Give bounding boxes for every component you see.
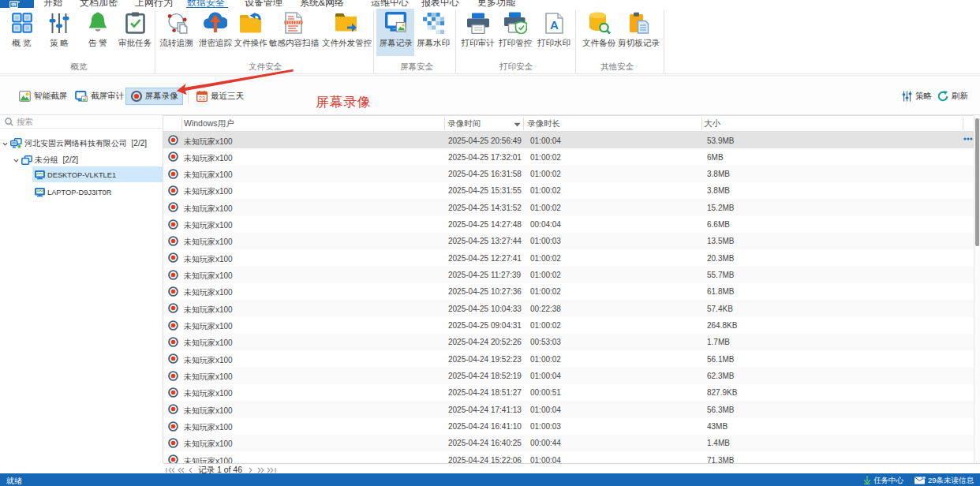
svg-text:23: 23 [199,95,205,102]
svg-text:A: A [550,18,559,32]
